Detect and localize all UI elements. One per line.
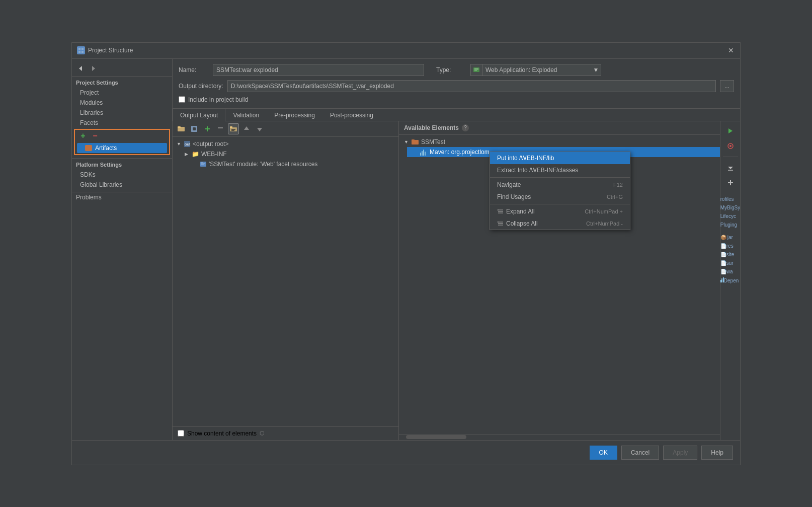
collapse-all-shortcut: Ctrl+NumPad - <box>586 221 623 227</box>
tab-output-layout[interactable]: Output Layout <box>173 109 225 121</box>
sidebar-item-modules[interactable]: Modules <box>72 98 172 108</box>
tab-pre-processing[interactable]: Pre-processing <box>267 109 322 121</box>
navigate-shortcut: F12 <box>613 182 623 188</box>
sidebar-item-facets[interactable]: Facets <box>72 118 172 128</box>
right-strip-item-depen[interactable]: Depen <box>718 276 740 284</box>
type-input[interactable] <box>482 64 591 76</box>
output-dir-input[interactable] <box>227 80 716 92</box>
right-strip-item-res[interactable]: 📄res <box>718 242 740 250</box>
folder-icon: 📁 <box>192 151 199 158</box>
tree-item-web-inf[interactable]: ▶ 📁 WEB-INF <box>181 149 398 159</box>
context-menu-expand-all[interactable]: Expand All Ctrl+NumPad + <box>490 205 630 218</box>
tab-post-processing[interactable]: Post-processing <box>322 109 381 121</box>
close-button[interactable]: ✕ <box>727 46 735 54</box>
sidebar-item-project[interactable]: Project <box>72 88 172 98</box>
tree-content: ▼ out <output root> ▶ 📁 WEB-INF <box>173 137 398 426</box>
context-menu-separator1 <box>490 177 630 178</box>
dialog-icon <box>77 46 85 54</box>
run-button[interactable] <box>724 124 737 137</box>
expand-all-shortcut: Ctrl+NumPad + <box>585 208 623 214</box>
svg-text:out: out <box>185 142 191 147</box>
tree-remove-button[interactable] <box>215 123 226 134</box>
svg-rect-9 <box>474 70 477 71</box>
show-content-checkbox[interactable] <box>178 430 184 437</box>
avail-item-ssmtest[interactable]: ▼ SSMTest <box>399 137 720 147</box>
title-bar-left: Project Structure <box>77 46 133 54</box>
add-artifact-button[interactable]: + <box>78 131 88 141</box>
context-menu-separator2 <box>490 204 630 204</box>
available-elements-panel: Available Elements ? ▼ SSMTest <box>399 121 720 440</box>
strip-divider <box>723 157 738 157</box>
tab-validation[interactable]: Validation <box>225 109 267 121</box>
output-dir-row: Output directory: ... <box>179 80 734 92</box>
forward-button[interactable] <box>88 63 99 74</box>
type-dropdown-button[interactable]: ▼ <box>591 64 601 76</box>
apply-button[interactable]: Apply <box>663 446 697 460</box>
dialog-title: Project Structure <box>88 47 133 54</box>
sidebar-item-libraries[interactable]: Libraries <box>72 108 172 118</box>
available-elements-help-icon[interactable]: ? <box>462 124 469 131</box>
right-strip-item-site[interactable]: 📄site <box>718 251 740 258</box>
right-strip: rofiles MyBigSy Lifecyc Pluging 📦jar 📄re… <box>720 121 740 440</box>
output-dir-label: Output directory: <box>179 83 223 90</box>
platform-settings-header: Platform Settings <box>72 158 172 170</box>
extract-into-label: Extract Into /WEB-INF/classes <box>497 167 578 174</box>
name-input[interactable] <box>213 64 424 76</box>
available-elements-content: ▼ SSMTest <box>399 135 720 434</box>
context-menu-extract-into[interactable]: Extract Into /WEB-INF/classes <box>490 164 630 176</box>
navigate-label: Navigate <box>497 181 521 188</box>
context-menu-collapse-all[interactable]: Collapse All Ctrl+NumPad - <box>490 218 630 230</box>
svg-rect-11 <box>178 126 181 128</box>
download-button[interactable] <box>724 161 737 174</box>
help-button[interactable]: Help <box>701 446 733 460</box>
right-strip-item-lifecycle[interactable]: Lifecyc <box>718 212 740 220</box>
right-strip-item-jar[interactable]: 📦jar <box>718 234 740 241</box>
browse-button[interactable]: ... <box>720 80 734 92</box>
back-button[interactable] <box>75 63 86 74</box>
svg-marker-42 <box>728 167 733 169</box>
ssmtest-folder-icon <box>411 138 419 146</box>
context-menu-put-into[interactable]: Put into /WEB-INF/lib <box>490 152 630 164</box>
show-content-info-icon[interactable]: ⬡ <box>260 430 265 437</box>
content-panels: ▼ out <output root> ▶ 📁 WEB-INF <box>173 121 740 440</box>
sidebar-item-sdks[interactable]: SDKs <box>72 170 172 180</box>
create-directory-button[interactable] <box>176 123 187 134</box>
add-strip-button[interactable] <box>724 176 737 189</box>
sidebar-item-global-libraries[interactable]: Global Libraries <box>72 180 172 190</box>
tree-item-ssmtest-module[interactable]: 'SSMTest' module: 'Web' facet resources <box>189 159 398 169</box>
svg-rect-0 <box>78 48 80 50</box>
put-into-button[interactable] <box>228 123 239 134</box>
expand-all-label: Expand All <box>506 208 535 215</box>
output-root-label: <output root> <box>193 140 228 148</box>
context-menu: Put into /WEB-INF/lib Extract Into /WEB-… <box>490 152 630 230</box>
right-strip-item-sur[interactable]: 📄sur <box>718 259 740 267</box>
tree-item-output-root[interactable]: ▼ out <output root> <box>173 139 398 149</box>
context-menu-find-usages[interactable]: Find Usages Ctrl+G <box>490 191 630 203</box>
sidebar-item-problems[interactable]: Problems <box>72 192 172 202</box>
debug-button[interactable] <box>724 139 737 153</box>
remove-artifact-button[interactable]: − <box>90 131 100 141</box>
tree-add-button[interactable] <box>202 123 213 134</box>
create-archive-button[interactable] <box>189 123 200 134</box>
context-menu-navigate[interactable]: Navigate F12 <box>490 179 630 191</box>
right-strip-item-profiles[interactable]: rofiles <box>718 195 740 203</box>
sidebar-item-artifacts[interactable]: Artifacts <box>77 143 167 153</box>
cancel-button[interactable]: Cancel <box>621 446 659 460</box>
output-root-icon: out <box>184 140 191 148</box>
tree-move-down-button[interactable] <box>254 123 265 134</box>
title-bar: Project Structure ✕ <box>72 43 740 59</box>
ssmtest-folder-label: SSMTest <box>421 138 445 146</box>
right-strip-item-plugins[interactable]: Pluging <box>718 221 740 229</box>
ok-button[interactable]: OK <box>590 446 617 460</box>
right-strip-item-wa[interactable]: 📄wa <box>718 268 740 275</box>
available-horizontal-scrollbar[interactable] <box>399 434 720 440</box>
svg-rect-1 <box>82 48 84 50</box>
tree-bottom: Show content of elements ⬡ <box>173 426 398 440</box>
web-app-icon <box>470 64 482 76</box>
tree-move-up-button[interactable] <box>241 123 252 134</box>
horizontal-scroll-thumb[interactable] <box>406 435 466 439</box>
right-strip-item-mybig[interactable]: MyBigSy <box>718 204 740 211</box>
svg-marker-38 <box>498 221 499 223</box>
tabs-bar: Output Layout Validation Pre-processing … <box>173 109 740 121</box>
include-checkbox[interactable] <box>179 96 185 103</box>
